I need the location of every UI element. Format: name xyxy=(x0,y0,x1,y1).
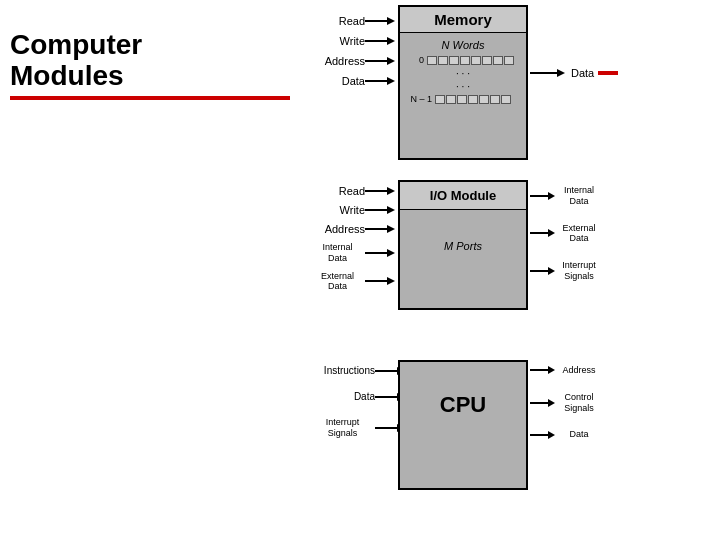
memory-read-row: Read xyxy=(310,15,395,27)
io-inputs: Read Write Address InternalData External… xyxy=(310,185,395,299)
mem-cell xyxy=(468,95,478,104)
cpu-control-signals-out-label: ControlSignals xyxy=(555,392,603,414)
io-read-label: Read xyxy=(310,185,365,197)
cpu-output-group: Address ControlSignals Data xyxy=(530,365,603,440)
cpu-data-out-arrow xyxy=(530,430,555,440)
memory-red-dash xyxy=(598,71,618,75)
title-underline xyxy=(10,96,290,100)
memory-data-out: Data xyxy=(530,67,618,79)
right-panel: Read Write Address Data Memory N Words xyxy=(310,0,720,540)
mem-cell xyxy=(435,95,445,104)
cpu-data-row: Data xyxy=(310,391,405,403)
io-interrupt-signals-out-row: InterruptSignals xyxy=(530,260,603,282)
io-external-data-label: ExternalData xyxy=(310,271,365,293)
mem-cell xyxy=(501,95,511,104)
io-internal-data-out-label: InternalData xyxy=(555,185,603,207)
cpu-instructions-row: Instructions xyxy=(310,365,405,377)
io-external-data-row: ExternalData xyxy=(310,271,395,293)
mem-dots: · · · xyxy=(404,68,522,79)
mem-cell xyxy=(457,95,467,104)
mem-cells-n1 xyxy=(435,95,512,104)
memory-read-label: Read xyxy=(310,15,365,27)
io-external-data-out-label: ExternalData xyxy=(555,223,603,245)
io-internal-data-out-row: InternalData xyxy=(530,185,603,207)
mem-cell xyxy=(493,56,503,65)
title-box: Computer Modules xyxy=(10,30,290,100)
memory-address-arrow xyxy=(365,56,395,66)
cpu-interrupt-row: InterruptSignals xyxy=(310,417,405,439)
memory-row-n1: N – 1 xyxy=(404,94,522,104)
io-output-group: InternalData ExternalData InterruptSigna… xyxy=(530,185,603,282)
memory-content: N Words 0 · · · · · · xyxy=(400,33,526,113)
io-internal-data-out-arrow xyxy=(530,191,555,201)
memory-row-0: 0 xyxy=(404,55,522,65)
page-title: Computer Modules xyxy=(10,30,290,92)
io-write-arrow xyxy=(365,205,395,215)
memory-address-label: Address xyxy=(310,55,365,67)
cpu-title: CPU xyxy=(400,362,526,448)
memory-data-row: Data xyxy=(310,75,395,87)
cpu-control-signals-out-arrow xyxy=(530,398,555,408)
mem-cell xyxy=(427,56,437,65)
io-interrupt-signals-out-label: InterruptSignals xyxy=(555,260,603,282)
cpu-interrupt-label: InterruptSignals xyxy=(310,417,375,439)
memory-data-out-arrow xyxy=(530,68,565,78)
io-address-arrow xyxy=(365,224,395,234)
io-internal-data-row: InternalData xyxy=(310,242,395,264)
io-title: I/O Module xyxy=(400,182,526,210)
memory-box: Memory N Words 0 · · · xyxy=(398,5,528,160)
cpu-inputs: Instructions Data InterruptSignals xyxy=(310,365,405,453)
mem-addr-n1: N – 1 xyxy=(404,94,432,104)
memory-write-arrow xyxy=(365,36,395,46)
mem-cell xyxy=(490,95,500,104)
memory-read-arrow xyxy=(365,16,395,26)
memory-n-words: N Words xyxy=(404,39,522,51)
cpu-address-out-arrow xyxy=(530,365,555,375)
cpu-instructions-label: Instructions xyxy=(310,365,375,377)
cpu-control-signals-out-row: ControlSignals xyxy=(530,392,603,414)
io-read-arrow xyxy=(365,186,395,196)
cpu-box: CPU xyxy=(398,360,528,490)
memory-data-label: Data xyxy=(310,75,365,87)
io-write-label: Write xyxy=(310,204,365,216)
cpu-data-out-row: Data xyxy=(530,429,603,440)
io-external-data-arrow xyxy=(365,276,395,286)
mem-cell xyxy=(446,95,456,104)
mem-cell xyxy=(504,56,514,65)
memory-title: Memory xyxy=(400,7,526,33)
mem-dots-2: · · · xyxy=(404,81,522,92)
io-write-row: Write xyxy=(310,204,395,216)
memory-write-label: Write xyxy=(310,35,365,47)
io-external-data-out-arrow xyxy=(530,228,555,238)
io-interrupt-signals-out-arrow xyxy=(530,266,555,276)
io-address-row: Address xyxy=(310,223,395,235)
io-box: I/O Module M Ports xyxy=(398,180,528,310)
io-external-data-out-row: ExternalData xyxy=(530,223,603,245)
memory-address-row: Address xyxy=(310,55,395,67)
memory-inputs: Read Write Address Data xyxy=(310,15,395,95)
mem-cell xyxy=(438,56,448,65)
cpu-address-out-row: Address xyxy=(530,365,603,376)
left-panel: Computer Modules xyxy=(0,0,310,540)
mem-cell xyxy=(471,56,481,65)
mem-cell xyxy=(479,95,489,104)
memory-data-arrow xyxy=(365,76,395,86)
mem-cell xyxy=(449,56,459,65)
memory-write-row: Write xyxy=(310,35,395,47)
cpu-data-out-label: Data xyxy=(555,429,603,440)
cpu-data-label: Data xyxy=(310,391,375,403)
io-m-ports: M Ports xyxy=(400,230,526,262)
io-internal-data-label: InternalData xyxy=(310,242,365,264)
mem-cells-0 xyxy=(427,56,515,65)
mem-cell xyxy=(460,56,470,65)
io-read-row: Read xyxy=(310,185,395,197)
cpu-address-out-label: Address xyxy=(555,365,603,376)
mem-cell xyxy=(482,56,492,65)
io-address-label: Address xyxy=(310,223,365,235)
io-internal-data-arrow xyxy=(365,248,395,258)
memory-output-label: Data xyxy=(571,67,594,79)
mem-addr-0: 0 xyxy=(404,55,424,65)
